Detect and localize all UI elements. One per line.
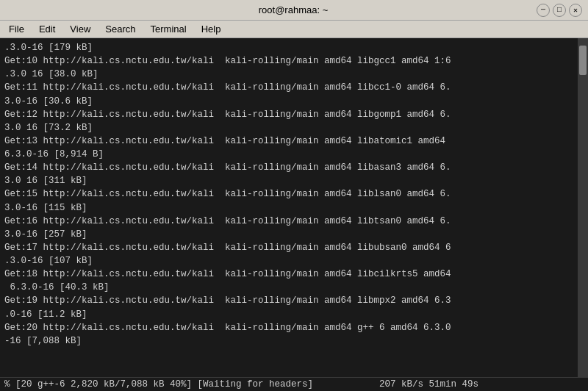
terminal-area[interactable]: .3.0-16 [179 kB] Get:10 http://kali.cs.n… [0, 38, 588, 377]
menu-file[interactable]: File [3, 22, 30, 36]
close-button[interactable]: ✕ [569, 4, 582, 17]
minimize-button[interactable]: ─ [537, 4, 550, 17]
menu-search[interactable]: Search [99, 22, 141, 36]
maximize-button[interactable]: □ [553, 4, 566, 17]
menu-view[interactable]: View [64, 22, 96, 36]
menu-help[interactable]: Help [196, 22, 227, 36]
scrollbar[interactable] [578, 38, 588, 377]
menu-edit[interactable]: Edit [33, 22, 61, 36]
scroll-thumb[interactable] [579, 46, 587, 75]
terminal-output: .3.0-16 [179 kB] Get:10 http://kali.cs.n… [4, 41, 584, 348]
menu-bar: File Edit View Search Terminal Help [0, 21, 588, 38]
menu-terminal[interactable]: Terminal [145, 22, 193, 36]
window-title: root@rahmaa: ~ [50, 4, 537, 15]
window-controls: ─ □ ✕ [537, 4, 582, 17]
status-bar: % [20 g++-6 2,820 kB/7,088 kB 40%] [Wait… [0, 377, 588, 391]
title-bar: root@rahmaa: ~ ─ □ ✕ [0, 0, 588, 21]
